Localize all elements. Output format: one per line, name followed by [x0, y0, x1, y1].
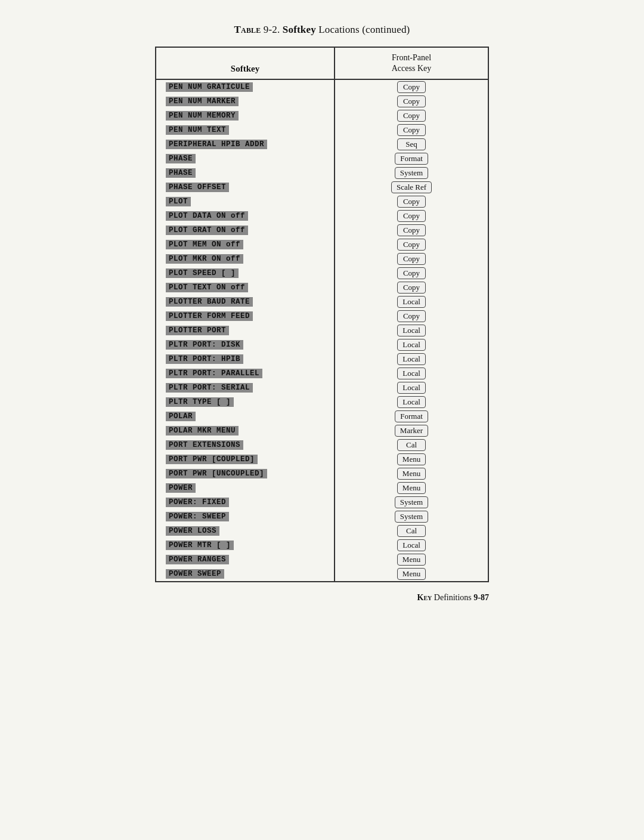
softkey-cell: PHASE [156, 166, 335, 180]
key-cell: Local [335, 381, 488, 395]
softkey-label-text: PEN NUM MARKER [166, 97, 239, 106]
key-button: Local [397, 368, 426, 379]
softkey-cell: POWER SWEEP [156, 567, 335, 582]
key-button: Menu [397, 468, 426, 480]
key-button: Menu [397, 482, 426, 494]
table-row: PLTR PORT: HPIBLocal [156, 352, 488, 366]
page-footer: Key Definitions 9-87 [155, 593, 489, 603]
table-row: PLOT TEXT ON offCopy [156, 280, 488, 295]
table-row: PLOTTER BAUD RATELocal [156, 295, 488, 309]
key-button: Local [397, 339, 426, 351]
key-cell: Copy [335, 109, 488, 123]
key-cell: Cal [335, 524, 488, 538]
key-cell: Local [335, 295, 488, 309]
softkey-label-text: PLOT MEM ON off [166, 240, 243, 249]
softkey-cell: PLOTTER BAUD RATE [156, 295, 335, 309]
key-button: Copy [397, 224, 426, 236]
key-button: Copy [397, 239, 426, 251]
softkey-label-text: POWER [166, 483, 196, 493]
key-cell: Seq [335, 137, 488, 152]
softkey-cell: PORT PWR [UNCOUPLED] [156, 467, 335, 481]
softkey-cell: POWER: FIXED [156, 495, 335, 509]
softkey-cell: PLOT MKR ON off [156, 252, 335, 266]
key-button: Local [397, 325, 426, 336]
key-cell: Format [335, 409, 488, 424]
softkey-label-text: POWER SWEEP [166, 569, 224, 579]
softkey-label-text: PERIPHERAL HPIB ADDR [166, 140, 267, 149]
softkey-cell: PLOTTER FORM FEED [156, 309, 335, 323]
title-rest: Locations (continued) [318, 24, 410, 35]
key-button: Menu [397, 568, 426, 580]
key-button: Copy [397, 210, 426, 222]
softkey-cell: PHASE OFFSET [156, 180, 335, 194]
key-cell: Menu [335, 567, 488, 582]
key-button: System [395, 496, 428, 508]
key-button: System [395, 511, 428, 523]
key-button: Menu [397, 554, 426, 566]
softkey-label-text: PLOTTER FORM FEED [166, 311, 253, 321]
key-cell: Menu [335, 481, 488, 495]
softkey-cell: PERIPHERAL HPIB ADDR [156, 137, 335, 152]
table-row: PLTR PORT: SERIALLocal [156, 381, 488, 395]
key-cell: Copy [335, 237, 488, 252]
key-cell: Local [335, 366, 488, 381]
table-row: PEN NUM MARKERCopy [156, 94, 488, 109]
softkey-cell: PEN NUM TEXT [156, 123, 335, 137]
key-cell: Copy [335, 94, 488, 109]
key-cell: Local [335, 538, 488, 552]
softkey-label-text: PLOT DATA ON off [166, 211, 248, 221]
table-row: PORT PWR [UNCOUPLED]Menu [156, 467, 488, 481]
softkey-cell: PORT EXTENSIONS [156, 438, 335, 452]
softkey-label-text: PORT EXTENSIONS [166, 440, 243, 450]
softkey-cell: PLTR PORT: SERIAL [156, 381, 335, 395]
key-button: Copy [397, 196, 426, 208]
key-button: Format [395, 153, 428, 165]
softkey-label-text: PLTR PORT: SERIAL [166, 383, 253, 393]
key-cell: Copy [335, 123, 488, 137]
softkey-label-text: PEN NUM GRATICULE [166, 82, 253, 92]
table-row: POWER SWEEPMenu [156, 567, 488, 582]
softkey-cell: POLAR [156, 409, 335, 424]
key-cell: Menu [335, 552, 488, 567]
key-button: Copy [397, 95, 426, 107]
footer-key-label: Key [417, 593, 432, 603]
key-button: Scale Ref [391, 181, 432, 193]
key-button: Copy [397, 267, 426, 279]
table-row: PLTR PORT: PARALLELLocal [156, 366, 488, 381]
key-button: Copy [397, 253, 426, 265]
key-cell: System [335, 166, 488, 180]
table-row: PEN NUM MEMORYCopy [156, 109, 488, 123]
softkey-table: Softkey Front-Panel Access Key PEN NUM G… [155, 47, 489, 582]
key-cell: Copy [335, 280, 488, 295]
key-cell: Local [335, 323, 488, 338]
softkey-cell: POWER LOSS [156, 524, 335, 538]
footer-text: Definitions [434, 593, 472, 603]
softkey-cell: PLOT MEM ON off [156, 237, 335, 252]
softkey-cell: PLTR TYPE [ ] [156, 395, 335, 409]
key-button: Copy [397, 310, 426, 322]
key-cell: System [335, 509, 488, 524]
softkey-cell: PLOT SPEED [ ] [156, 266, 335, 280]
softkey-label-text: POLAR [166, 412, 196, 421]
key-cell: Scale Ref [335, 180, 488, 194]
table-row: POWER LOSSCal [156, 524, 488, 538]
softkey-label-text: POWER MTR [ ] [166, 541, 234, 550]
table-row: POLARFormat [156, 409, 488, 424]
key-button: Copy [397, 110, 426, 122]
key-button: Seq [397, 138, 426, 150]
softkey-cell: PLOT [156, 194, 335, 209]
table-row: POWER: SWEEPSystem [156, 509, 488, 524]
softkey-cell: PLTR PORT: PARALLEL [156, 366, 335, 381]
table-row: PHASESystem [156, 166, 488, 180]
title-number: 9-2. [264, 24, 280, 35]
softkey-label-text: PHASE OFFSET [166, 183, 229, 192]
table-row: POWER RANGESMenu [156, 552, 488, 567]
table-row: PLOTTER PORTLocal [156, 323, 488, 338]
softkey-cell: POWER MTR [ ] [156, 538, 335, 552]
table-row: PHASE OFFSETScale Ref [156, 180, 488, 194]
table-row: POWER MTR [ ]Local [156, 538, 488, 552]
softkey-label-text: POWER: FIXED [166, 498, 229, 507]
footer-page: 9-87 [473, 593, 489, 603]
softkey-cell: PHASE [156, 152, 335, 166]
softkey-label-text: POLAR MKR MENU [166, 426, 239, 436]
